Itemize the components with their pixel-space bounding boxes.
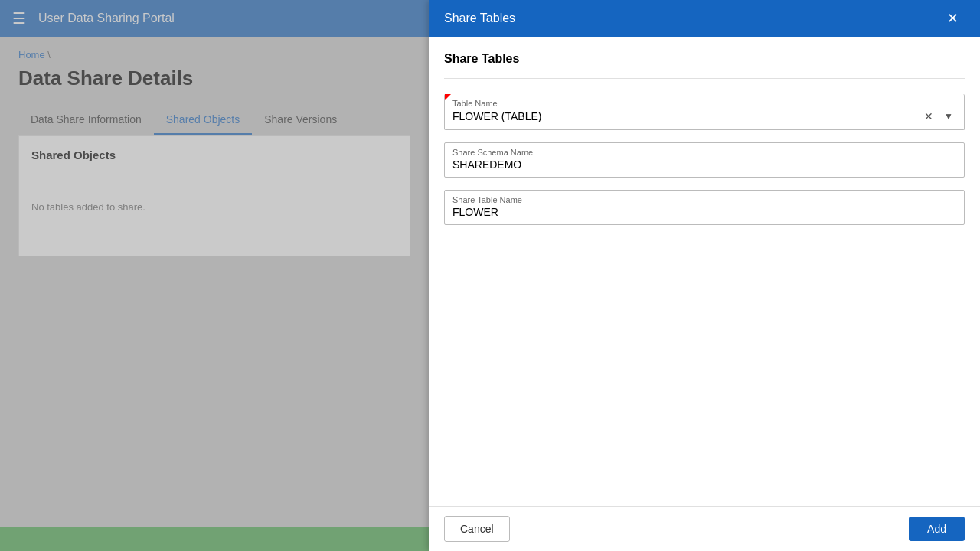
drawer-header-title: Share Tables — [444, 11, 515, 25]
share-table-name-value: FLOWER — [452, 206, 956, 218]
share-table-name-label: Share Table Name — [452, 195, 956, 204]
drawer-body: Share Tables Table Name FLOWER (TABLE) ✕… — [429, 37, 980, 506]
add-button[interactable]: Add — [909, 517, 965, 541]
share-schema-name-label: Share Schema Name — [452, 148, 956, 157]
share-schema-name-box: Share Schema Name SHAREDEMO — [444, 142, 965, 178]
share-table-name-field: Share Table Name FLOWER — [444, 190, 965, 225]
table-name-field: Table Name FLOWER (TABLE) ✕ ▼ — [444, 94, 965, 130]
overlay — [0, 0, 429, 551]
share-schema-name-field: Share Schema Name SHAREDEMO — [444, 142, 965, 178]
drawer-close-button[interactable]: ✕ — [941, 8, 965, 28]
drawer-footer: Cancel Add — [429, 506, 980, 551]
table-name-clear-button[interactable]: ✕ — [921, 109, 936, 123]
share-tables-inner-title: Share Tables — [444, 52, 965, 79]
table-name-box: Table Name FLOWER (TABLE) ✕ ▼ — [444, 94, 965, 130]
table-name-controls: ✕ ▼ — [921, 109, 956, 123]
required-indicator — [445, 94, 451, 100]
share-schema-name-value: SHAREDEMO — [452, 158, 956, 171]
cancel-button[interactable]: Cancel — [444, 516, 510, 542]
share-table-name-box: Share Table Name FLOWER — [444, 190, 965, 225]
table-name-dropdown-button[interactable]: ▼ — [941, 110, 956, 122]
table-name-label: Table Name — [452, 99, 956, 108]
share-tables-drawer: Share Tables ✕ Share Tables Table Name F… — [429, 0, 980, 551]
drawer-header: Share Tables ✕ — [429, 0, 980, 37]
table-name-value: FLOWER (TABLE) ✕ ▼ — [452, 109, 956, 123]
